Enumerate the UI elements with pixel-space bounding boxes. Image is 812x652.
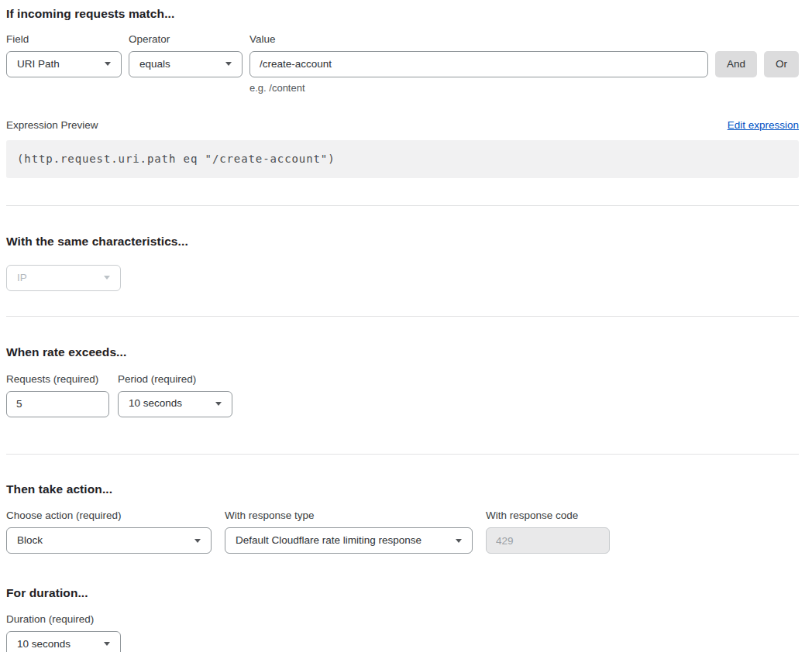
chevron-down-icon bbox=[456, 539, 462, 543]
field-select-value: URI Path bbox=[17, 58, 60, 70]
response-type-select-value: Default Cloudflare rate limiting respons… bbox=[236, 534, 421, 547]
value-input[interactable] bbox=[249, 51, 708, 77]
section-title-duration: For duration... bbox=[6, 586, 799, 601]
section-title-action: Then take action... bbox=[6, 482, 799, 497]
requests-input[interactable] bbox=[6, 391, 109, 417]
period-select[interactable]: 10 seconds bbox=[118, 391, 232, 417]
action-select-value: Block bbox=[17, 534, 43, 547]
operator-column: Operator equals bbox=[129, 33, 243, 77]
edit-expression-link[interactable]: Edit expression bbox=[728, 119, 799, 132]
requests-label: Requests (required) bbox=[6, 373, 109, 386]
action-select[interactable]: Block bbox=[6, 527, 212, 554]
rate-fields-row: Requests (required) Period (required) 10… bbox=[6, 373, 799, 417]
section-divider bbox=[6, 316, 799, 317]
value-column: Value e.g. /content bbox=[249, 33, 708, 94]
section-title-match: If incoming requests match... bbox=[6, 7, 799, 22]
response-type-select[interactable]: Default Cloudflare rate limiting respons… bbox=[225, 527, 473, 554]
characteristic-select[interactable]: IP bbox=[6, 265, 121, 291]
field-column: Field URI Path bbox=[6, 33, 122, 77]
expression-code: (http.request.uri.path eq "/create-accou… bbox=[17, 153, 335, 166]
rate-limiting-rule-form: If incoming requests match... Field URI … bbox=[0, 0, 812, 652]
value-label: Value bbox=[249, 33, 708, 46]
chevron-down-icon bbox=[225, 62, 232, 66]
action-fields-row: Choose action (required) Block With resp… bbox=[6, 510, 799, 554]
chevron-down-icon bbox=[104, 276, 110, 280]
and-button[interactable]: And bbox=[715, 51, 757, 77]
section-title-characteristics: With the same characteristics... bbox=[6, 235, 799, 249]
expression-preview-box: (http.request.uri.path eq "/create-accou… bbox=[6, 140, 799, 178]
field-select[interactable]: URI Path bbox=[6, 51, 122, 77]
match-fields-row: Field URI Path Operator equals Value e.g… bbox=[6, 33, 799, 94]
characteristic-select-value: IP bbox=[17, 272, 27, 284]
duration-select[interactable]: 10 seconds bbox=[6, 631, 121, 652]
period-select-value: 10 seconds bbox=[129, 397, 182, 410]
field-label: Field bbox=[6, 33, 122, 46]
chevron-down-icon bbox=[104, 642, 110, 646]
chevron-down-icon bbox=[215, 402, 222, 406]
operator-select-value: equals bbox=[139, 58, 170, 70]
response-type-label: With response type bbox=[225, 510, 473, 522]
section-title-rate: When rate exceeds... bbox=[6, 345, 799, 360]
chevron-down-icon bbox=[105, 62, 111, 66]
chevron-down-icon bbox=[194, 539, 201, 543]
duration-select-value: 10 seconds bbox=[17, 638, 71, 650]
value-helper-text: e.g. /content bbox=[249, 82, 708, 94]
or-button[interactable]: Or bbox=[764, 51, 799, 77]
and-or-buttons: And Or bbox=[715, 51, 799, 77]
response-code-label: With response code bbox=[486, 510, 610, 522]
duration-column: Duration (required) 10 seconds bbox=[6, 613, 799, 652]
requests-column: Requests (required) bbox=[6, 373, 109, 417]
response-type-column: With response type Default Cloudflare ra… bbox=[225, 510, 473, 554]
response-code-input[interactable] bbox=[486, 527, 610, 554]
period-label: Period (required) bbox=[118, 373, 232, 386]
expression-preview-label: Expression Preview bbox=[6, 119, 98, 132]
section-divider bbox=[6, 454, 799, 455]
choose-action-column: Choose action (required) Block bbox=[6, 510, 212, 554]
duration-label: Duration (required) bbox=[6, 613, 799, 626]
operator-select[interactable]: equals bbox=[129, 51, 243, 77]
expression-preview-header: Expression Preview Edit expression bbox=[6, 119, 799, 132]
response-code-column: With response code bbox=[486, 510, 610, 554]
choose-action-label: Choose action (required) bbox=[6, 510, 212, 522]
operator-label: Operator bbox=[129, 33, 243, 46]
section-divider bbox=[6, 205, 799, 206]
period-column: Period (required) 10 seconds bbox=[118, 373, 232, 417]
